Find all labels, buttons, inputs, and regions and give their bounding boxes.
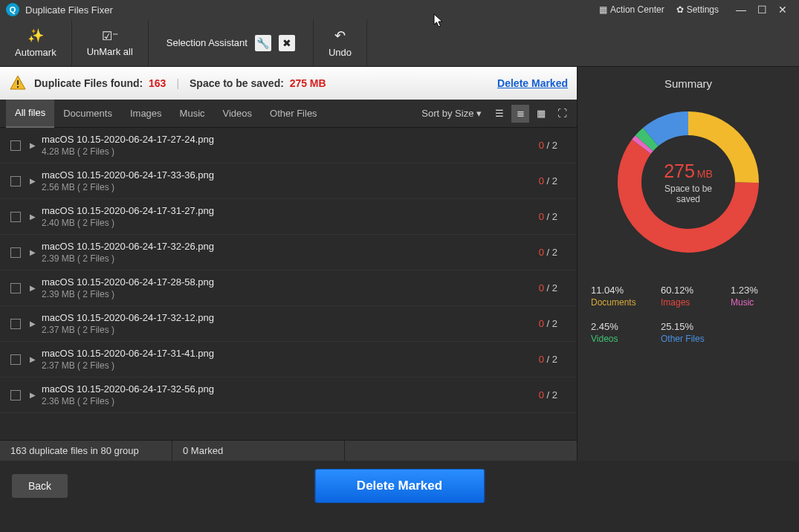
- table-row[interactable]: ▶ macOS 10.15-2020-06-24-17-32-12.png 2.…: [0, 306, 577, 342]
- titlebar: Q Duplicate Files Fixer ▦ Action Center …: [0, 0, 799, 19]
- legend-pct: 60.12%: [661, 285, 716, 296]
- table-row[interactable]: ▶ macOS 10.15-2020-06-24-17-31-27.png 2.…: [0, 199, 577, 235]
- notice-bar: Duplicate Files found: 163 | Space to be…: [0, 67, 577, 100]
- svg-rect-1: [17, 86, 19, 88]
- wand-icon: ✨: [28, 27, 44, 44]
- warning-icon: [9, 74, 27, 92]
- wrench-icon: 🔧: [255, 35, 271, 51]
- space-value: 275 MB: [290, 77, 326, 89]
- tab-images[interactable]: Images: [121, 100, 171, 128]
- tabs-row: All files Documents Images Music Videos …: [0, 100, 577, 128]
- checkbox[interactable]: [10, 176, 21, 186]
- found-value: 163: [149, 77, 166, 89]
- close-button[interactable]: ✕: [772, 4, 793, 16]
- expand-caret-icon[interactable]: ▶: [30, 248, 36, 256]
- tab-documents[interactable]: Documents: [54, 100, 121, 128]
- grid-icon: ▦: [599, 4, 607, 15]
- tab-videos[interactable]: Videos: [214, 100, 262, 128]
- summary-label: Space to besaved: [664, 184, 712, 204]
- table-row[interactable]: ▶ macOS 10.15-2020-06-24-17-28-58.png 2.…: [0, 270, 577, 306]
- expand-caret-icon[interactable]: ▶: [30, 284, 36, 292]
- checkbox[interactable]: [10, 247, 21, 258]
- file-count: 0 / 2: [539, 389, 557, 400]
- svg-rect-0: [17, 80, 19, 85]
- found-label: Duplicate Files found:: [34, 77, 143, 89]
- grid-view-icon[interactable]: ▦: [532, 105, 550, 123]
- delete-marked-link[interactable]: Delete Marked: [497, 77, 568, 89]
- undo-label: Undo: [329, 47, 352, 58]
- unmark-all-label: UnMark all: [87, 46, 133, 57]
- legend-pct: 11.04%: [591, 285, 646, 296]
- table-row[interactable]: ▶ macOS 10.15-2020-06-24-17-32-26.png 2.…: [0, 235, 577, 270]
- status-group: 163 duplicate files in 80 group: [0, 441, 172, 461]
- summary-unit: MB: [697, 168, 713, 180]
- expand-caret-icon[interactable]: ▶: [30, 141, 36, 149]
- checkbox[interactable]: [10, 140, 21, 151]
- legend-name: Other Files: [661, 334, 716, 344]
- checkbox[interactable]: [10, 212, 21, 222]
- file-meta: 2.40 MB ( 2 Files ): [42, 218, 539, 228]
- tab-music[interactable]: Music: [171, 100, 214, 128]
- unmark-all-button[interactable]: ☑⁻ UnMark all: [72, 19, 149, 66]
- sort-label: Sort by Size: [421, 108, 473, 119]
- checkbox[interactable]: [10, 283, 21, 293]
- summary-value: 275: [664, 160, 695, 181]
- tab-all-files[interactable]: All files: [6, 100, 54, 128]
- settings-button[interactable]: ✿ Settings: [670, 4, 725, 15]
- automark-button[interactable]: ✨ Automark: [0, 19, 72, 66]
- selection-assistant-button[interactable]: Selection Assistant 🔧 ✖: [149, 19, 314, 66]
- expand-caret-icon[interactable]: ▶: [30, 213, 36, 221]
- legend-item: 60.12%Images: [661, 285, 716, 308]
- app-logo-icon: Q: [6, 3, 19, 16]
- maximize-button[interactable]: ☐: [751, 4, 772, 16]
- view-icons: ☰ ≣ ▦ ⛶: [491, 105, 571, 123]
- legend-item: 25.15%Other Files: [661, 321, 716, 344]
- file-list[interactable]: ▶ macOS 10.15-2020-06-24-17-27-24.png 4.…: [0, 128, 577, 440]
- table-row[interactable]: ▶ macOS 10.15-2020-06-24-17-33-36.png 2.…: [0, 163, 577, 199]
- settings-label: Settings: [687, 4, 719, 15]
- expand-caret-icon[interactable]: ▶: [30, 355, 36, 363]
- expand-caret-icon[interactable]: ▶: [30, 319, 36, 328]
- tab-other-files[interactable]: Other Files: [261, 100, 326, 128]
- minimize-button[interactable]: —: [731, 4, 751, 16]
- delete-marked-button[interactable]: Delete Marked: [314, 469, 485, 503]
- table-row[interactable]: ▶ macOS 10.15-2020-06-24-17-32-56.png 2.…: [0, 377, 577, 413]
- table-row[interactable]: ▶ macOS 10.15-2020-06-24-17-27-24.png 4.…: [0, 128, 577, 163]
- undo-button[interactable]: ↶ Undo: [314, 19, 367, 66]
- file-name: macOS 10.15-2020-06-24-17-32-26.png: [42, 241, 539, 252]
- expand-caret-icon[interactable]: ▶: [30, 177, 36, 185]
- detail-view-icon[interactable]: ≣: [511, 105, 529, 123]
- gear-icon: ✿: [676, 4, 684, 15]
- separator: |: [176, 77, 179, 89]
- file-count: 0 / 2: [539, 318, 557, 329]
- table-row[interactable]: ▶ macOS 10.15-2020-06-24-17-31-41.png 2.…: [0, 342, 577, 377]
- action-center-label: Action Center: [610, 4, 664, 15]
- checkbox[interactable]: [10, 390, 21, 400]
- file-name: macOS 10.15-2020-06-24-17-32-56.png: [42, 383, 539, 395]
- legend: 11.04%Documents60.12%Images1.23%Music2.4…: [591, 285, 786, 344]
- legend-item: 11.04%Documents: [591, 285, 646, 308]
- legend-name: Documents: [591, 297, 646, 308]
- checkbox[interactable]: [10, 319, 21, 329]
- file-meta: 2.37 MB ( 2 Files ): [42, 325, 539, 335]
- left-column: Duplicate Files found: 163 | Space to be…: [0, 67, 578, 461]
- space-label: Space to be saved:: [190, 77, 284, 89]
- undo-icon: ↶: [334, 27, 346, 44]
- toolbar: ✨ Automark ☑⁻ UnMark all Selection Assis…: [0, 19, 799, 67]
- list-view-icon[interactable]: ☰: [491, 105, 508, 123]
- legend-item: 1.23%Music: [731, 285, 786, 308]
- legend-name: Music: [731, 297, 786, 308]
- expand-caret-icon[interactable]: ▶: [30, 391, 36, 399]
- file-meta: 2.37 MB ( 2 Files ): [42, 360, 539, 371]
- chevron-down-icon: ▾: [476, 108, 482, 119]
- file-count: 0 / 2: [539, 140, 557, 151]
- fullscreen-icon[interactable]: ⛶: [553, 105, 571, 123]
- action-center-button[interactable]: ▦ Action Center: [593, 4, 670, 15]
- file-name: macOS 10.15-2020-06-24-17-31-27.png: [42, 205, 539, 216]
- selection-assistant-label: Selection Assistant: [166, 37, 248, 48]
- file-meta: 2.56 MB ( 2 Files ): [42, 182, 539, 192]
- main-area: Duplicate Files found: 163 | Space to be…: [0, 67, 799, 461]
- checkbox[interactable]: [10, 354, 21, 365]
- sort-dropdown[interactable]: Sort by Size ▾: [421, 108, 482, 119]
- back-button[interactable]: Back: [12, 474, 68, 498]
